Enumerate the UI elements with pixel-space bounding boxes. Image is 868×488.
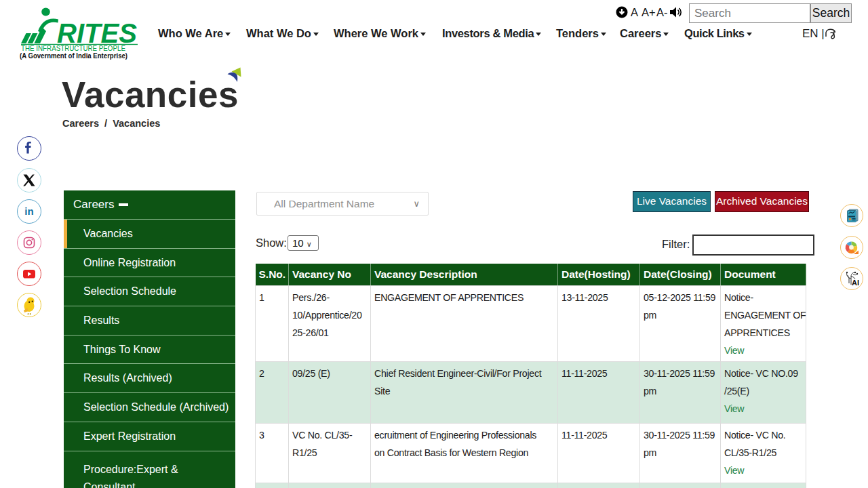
svg-text:(A Government of India Enterpr: (A Government of India Enterprise) (20, 51, 127, 60)
svg-text:AI: AI (852, 279, 859, 287)
